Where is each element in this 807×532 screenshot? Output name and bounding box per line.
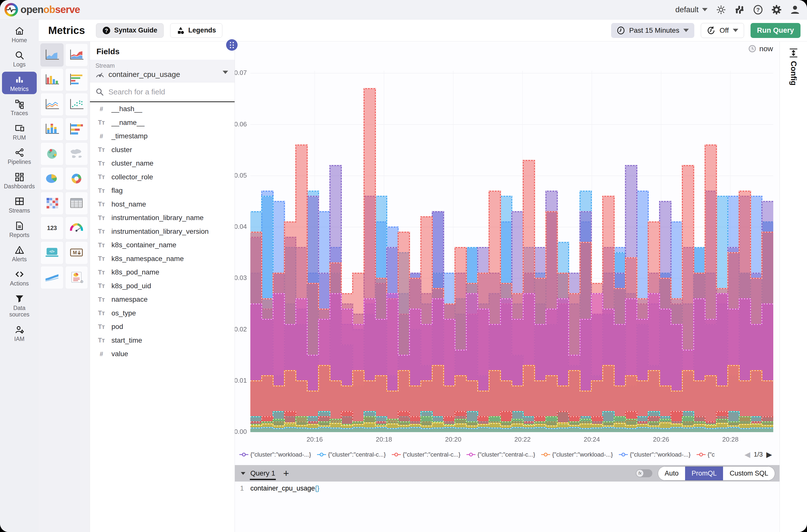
chart-type-h-bar[interactable] xyxy=(65,68,88,91)
sidebar-item-pipelines[interactable]: Pipelines xyxy=(2,145,37,167)
chart-type-bar[interactable] xyxy=(40,68,63,91)
openobserve-logo-icon[interactable] xyxy=(4,3,18,17)
chart-type-table[interactable] xyxy=(65,192,88,215)
chart-type-maps[interactable] xyxy=(65,142,88,165)
field-row-start_time[interactable]: Tтstart_time xyxy=(90,334,234,347)
run-query-button[interactable]: Run Query xyxy=(751,23,801,38)
query-editor[interactable]: 1 container_cpu_usage{} xyxy=(235,481,780,532)
metrics-chart-canvas[interactable] xyxy=(235,53,780,447)
fx-icon: fx xyxy=(636,470,643,477)
legend-item-6[interactable]: {"cluster":"workload-...} xyxy=(619,451,691,458)
sidebar-item-logs[interactable]: Logs xyxy=(2,47,37,70)
field-row-instrumentation_library_version[interactable]: Tтinstrumentation_library_version xyxy=(90,225,234,239)
stream-select[interactable]: Stream container_cpu_usage xyxy=(90,60,234,82)
settings-gear-icon[interactable] xyxy=(771,5,782,15)
field-row-collector_role[interactable]: Tтcollector_role xyxy=(90,170,234,184)
field-row-os_type[interactable]: Tтos_type xyxy=(90,306,234,320)
function-toggle[interactable]: fx xyxy=(636,469,652,477)
legend-next-button[interactable]: ▶ xyxy=(766,450,772,459)
field-row-cluster_name[interactable]: Tтcluster_name xyxy=(90,157,234,170)
maps-chart-icon xyxy=(68,147,85,161)
chart-type-sankey[interactable] xyxy=(40,266,63,289)
field-row-value[interactable]: #value xyxy=(90,347,234,361)
field-row-__hash__[interactable]: #__hash__ xyxy=(90,102,234,116)
legend-item-2[interactable]: {"cluster":"central-c...} xyxy=(317,451,386,458)
field-row-cluster[interactable]: Tтcluster xyxy=(90,143,234,157)
sidebar-item-iam[interactable]: IAM xyxy=(2,322,37,344)
config-tab-label[interactable]: Config xyxy=(789,61,798,86)
number-type-icon: # xyxy=(96,350,107,358)
legend-item-4[interactable]: {"cluster":"central-c...} xyxy=(467,451,535,458)
chart-type-pie[interactable] xyxy=(40,167,63,190)
chart-type-h-stacked-bar[interactable] xyxy=(65,118,88,140)
chart-type-custom-chart[interactable]: ⚙ xyxy=(65,266,88,289)
field-row-k8s_pod_name[interactable]: Tтk8s_pod_name xyxy=(90,266,234,279)
sidebar-item-label: Data sources xyxy=(2,305,36,318)
chart-type-geomap[interactable] xyxy=(40,142,63,165)
legend-item-1[interactable]: {"cluster":"workload-...} xyxy=(239,451,311,458)
query-mode-promql[interactable]: PromQL xyxy=(685,467,723,480)
chart-type-stacked-bar[interactable] xyxy=(40,118,63,140)
help-icon[interactable]: ? xyxy=(753,5,763,15)
query-collapse-caret[interactable] xyxy=(241,472,245,475)
area-stacked-chart-icon xyxy=(68,48,85,62)
query-mode-custom-sql[interactable]: Custom SQL xyxy=(723,467,775,480)
account-icon[interactable] xyxy=(790,5,800,15)
chart-type-donut[interactable] xyxy=(65,167,88,190)
legend-pagination: ◀1/3▶ xyxy=(745,450,772,459)
legend-prev-button[interactable]: ◀ xyxy=(745,450,750,459)
chart-type-metric-text[interactable]: 123 xyxy=(40,216,63,240)
stacked-bar-chart-icon xyxy=(43,122,61,136)
field-row-pod[interactable]: Tтpod xyxy=(90,320,234,334)
query-code[interactable]: container_cpu_usage{} xyxy=(250,484,319,492)
organization-select[interactable]: default xyxy=(675,5,708,14)
legend-item-3[interactable]: {"cluster":"central-c...} xyxy=(392,451,461,458)
auto-refresh-select[interactable]: Off xyxy=(701,23,744,38)
now-indicator: now xyxy=(748,44,773,53)
legend-item-5[interactable]: {"cluster":"workload-...} xyxy=(541,451,613,458)
chart-type-line[interactable] xyxy=(40,93,63,116)
time-range-select[interactable]: Past 15 Minutes xyxy=(611,23,694,38)
field-row-flag[interactable]: Tтflag xyxy=(90,184,234,197)
add-query-button[interactable]: + xyxy=(283,468,289,478)
syntax-guide-button[interactable]: ? Syntax Guide xyxy=(96,23,164,38)
series-marker-icon xyxy=(392,452,401,457)
field-row-k8s_namespace_name[interactable]: Tтk8s_namespace_name xyxy=(90,252,234,266)
field-search-input[interactable] xyxy=(108,88,213,96)
sidebar-item-home[interactable]: Home xyxy=(2,23,37,45)
legends-button[interactable]: Legends xyxy=(170,23,222,38)
config-rail[interactable]: Config xyxy=(780,41,807,532)
sidebar-item-reports[interactable]: Reports xyxy=(2,218,37,240)
chart-type-area-stacked[interactable] xyxy=(65,43,88,66)
sidebar-item-streams[interactable]: Streams xyxy=(2,193,37,216)
sidebar-item-metrics[interactable]: Metrics xyxy=(2,72,37,94)
chart-type-scatter[interactable] xyxy=(65,93,88,116)
series-marker-icon xyxy=(317,452,326,457)
query-mode-auto[interactable]: Auto xyxy=(658,467,685,480)
field-row-k8s_container_name[interactable]: Tтk8s_container_name xyxy=(90,238,234,252)
slack-icon[interactable] xyxy=(734,5,745,15)
theme-toggle-icon[interactable] xyxy=(716,5,726,15)
sidebar-item-actions[interactable]: Actions xyxy=(2,266,37,289)
sidebar-item-alerts[interactable]: Alerts xyxy=(2,242,37,265)
chart-type-heatmap[interactable] xyxy=(40,192,63,215)
chart-type-markdown[interactable]: M xyxy=(65,241,88,264)
field-row-instrumentation_library_name[interactable]: Tтinstrumentation_library_name xyxy=(90,211,234,225)
query-tab-1[interactable]: Query 1 xyxy=(249,465,277,481)
legend-item-7[interactable]: {"c xyxy=(697,451,715,458)
field-row-k8s_pod_uid[interactable]: Tтk8s_pod_uid xyxy=(90,279,234,293)
sidebar-item-dashboards[interactable]: Dashboards xyxy=(2,169,37,192)
question-circle-icon: ? xyxy=(102,26,111,35)
field-row-host_name[interactable]: Tтhost_name xyxy=(90,197,234,211)
chart-type-area[interactable] xyxy=(40,43,63,66)
sidebar-item-traces[interactable]: Traces xyxy=(2,96,37,118)
field-row-_timestamp[interactable]: #_timestamp xyxy=(90,129,234,143)
field-row-namespace[interactable]: Tтnamespace xyxy=(90,293,234,306)
chart-type-html-editor[interactable]: </> xyxy=(40,241,63,264)
panel-drag-handle[interactable] xyxy=(226,39,238,51)
sidebar-item-rum[interactable]: RUM xyxy=(2,120,37,143)
series-marker-icon xyxy=(541,452,550,457)
chart-type-gauge[interactable] xyxy=(65,216,88,240)
field-row-__name__[interactable]: Tт__name__ xyxy=(90,116,234,130)
sidebar-item-data-sources[interactable]: Data sources xyxy=(2,291,37,320)
